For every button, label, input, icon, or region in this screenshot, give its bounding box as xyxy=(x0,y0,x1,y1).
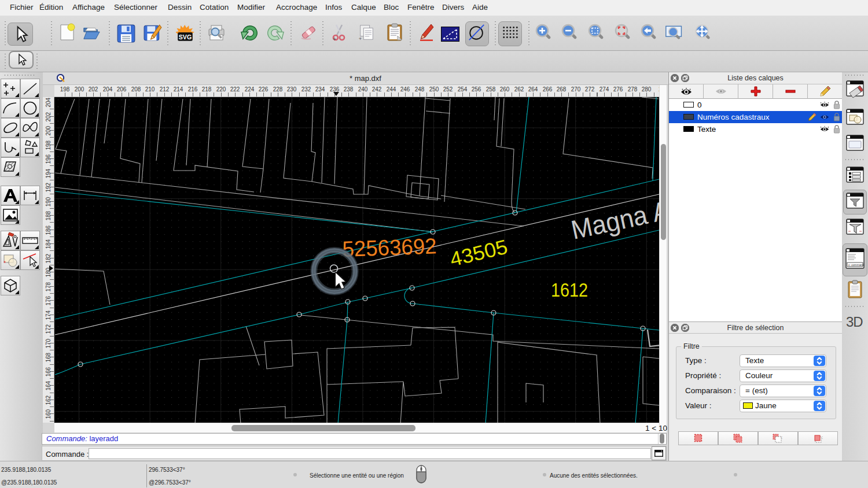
svg-text::: : xyxy=(822,435,823,439)
svg-text:+: + xyxy=(359,35,362,42)
svg-text:c: command: c: command xyxy=(848,263,864,267)
svg-text:52563692: 52563692 xyxy=(342,234,437,261)
svg-text:1612: 1612 xyxy=(551,279,588,301)
svg-text:+: + xyxy=(333,36,336,42)
svg-text:SVG: SVG xyxy=(179,34,192,40)
svg-text::: : xyxy=(781,435,782,439)
